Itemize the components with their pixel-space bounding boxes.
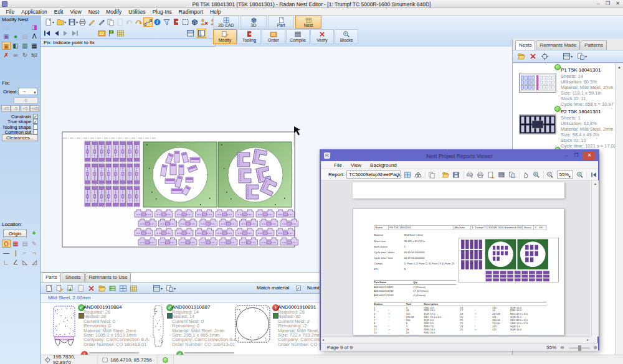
tab-sheets[interactable]: Sheets bbox=[62, 273, 85, 282]
orient-select[interactable]: →▼ bbox=[18, 88, 38, 95]
nest-sort-select[interactable] bbox=[575, 52, 587, 61]
menu-file[interactable]: File bbox=[2, 9, 18, 15]
line-h-icon[interactable]: — bbox=[2, 249, 11, 257]
dialog-restore-button[interactable]: ❐ bbox=[571, 151, 581, 160]
paste-icon[interactable] bbox=[115, 17, 125, 27]
angle-c-icon[interactable]: ◿ bbox=[30, 258, 39, 266]
node-edit-icon[interactable] bbox=[143, 17, 153, 27]
report-save-icon[interactable] bbox=[452, 170, 461, 179]
stage-modify[interactable]: Modify bbox=[213, 29, 237, 44]
zoom-out-button[interactable]: ⊖ bbox=[560, 345, 564, 350]
pen-icon[interactable] bbox=[97, 17, 106, 27]
link-icon[interactable]: ∞ bbox=[11, 51, 20, 59]
origin-marker-icon[interactable]: + bbox=[30, 229, 38, 237]
sheet-number-icon[interactable]: 22 bbox=[97, 29, 107, 38]
locate-nest-icon[interactable] bbox=[540, 52, 549, 61]
first-page-icon[interactable] bbox=[589, 170, 598, 179]
mode-part[interactable]: Part bbox=[268, 16, 294, 29]
pair-icon[interactable]: ◧ bbox=[11, 42, 20, 50]
mode-nest[interactable]: Nest bbox=[295, 16, 321, 29]
zoom-page-icon[interactable] bbox=[575, 170, 584, 179]
layout-vertical-icon[interactable] bbox=[197, 29, 206, 38]
menu-view[interactable]: View bbox=[67, 9, 85, 15]
corner-tl-icon[interactable]: ⌐ bbox=[21, 249, 29, 257]
stage-blocks[interactable]: Blocks bbox=[335, 29, 358, 44]
redo-icon[interactable] bbox=[134, 17, 143, 27]
print-icon[interactable] bbox=[476, 170, 485, 179]
export-icon[interactable] bbox=[487, 170, 496, 179]
edit-part-icon[interactable] bbox=[55, 284, 64, 293]
page-setup-icon[interactable] bbox=[465, 170, 475, 179]
angle-input[interactable]: 0 bbox=[14, 97, 38, 104]
sheet-icon[interactable]: □ bbox=[2, 23, 11, 31]
pan-icon[interactable] bbox=[521, 170, 531, 179]
dialog-hscrollbar[interactable]: ◂▸ bbox=[321, 337, 590, 343]
tab-nests[interactable]: Nests bbox=[515, 40, 535, 50]
nest-entry-1[interactable]: P1 T5K 18041301Sheets: 14Utilisation: 60… bbox=[516, 63, 613, 105]
paste-part-icon[interactable] bbox=[76, 284, 85, 293]
snap-mid-icon[interactable]: ▤ bbox=[21, 240, 29, 248]
nest-list-scrollbar[interactable]: ▲ bbox=[615, 63, 623, 355]
stage-compile[interactable]: Compile bbox=[286, 29, 310, 44]
true-shape-checkbox[interactable]: ✓ bbox=[33, 119, 38, 124]
clearances-button[interactable]: Clearances... bbox=[2, 134, 38, 141]
angle-+5-button[interactable]: +5 bbox=[21, 105, 30, 112]
filter-icon[interactable] bbox=[162, 17, 171, 27]
mode-2d-cad[interactable]: 2D CAD bbox=[213, 16, 239, 29]
nest-entry-2[interactable]: P2 T5K 18041301Sheets: 1Utilisation: 63.… bbox=[516, 105, 613, 147]
snap-end-icon[interactable]: Ω bbox=[2, 240, 11, 248]
menu-edit[interactable]: Edit bbox=[50, 9, 67, 15]
grid-icon[interactable] bbox=[116, 29, 125, 38]
constrain-checkbox[interactable]: ✓ bbox=[33, 114, 38, 119]
last-sheet-icon[interactable] bbox=[70, 29, 80, 38]
dialog-menu-background[interactable]: Background bbox=[366, 162, 401, 168]
dialog-minimize-button[interactable]: – bbox=[561, 151, 571, 160]
corner-tr-icon[interactable]: ¬ bbox=[30, 249, 39, 257]
report-select[interactable]: TC5000SetupSheetPack▼ bbox=[346, 170, 401, 179]
clamp-icon[interactable] bbox=[171, 17, 181, 27]
part-props-icon[interactable] bbox=[108, 284, 117, 293]
new-part-icon[interactable] bbox=[44, 284, 54, 293]
mode-3d[interactable]: 3D bbox=[240, 16, 267, 29]
tab-patterns[interactable]: Patterns bbox=[581, 40, 607, 50]
layout-horizontal-icon[interactable] bbox=[186, 29, 195, 38]
open-icon[interactable] bbox=[54, 17, 66, 27]
snap-near-icon[interactable]: ✎ bbox=[30, 240, 39, 248]
new-icon[interactable] bbox=[42, 17, 54, 27]
move-part-icon[interactable]: ▣ bbox=[2, 42, 11, 50]
tab-parts[interactable]: Parts bbox=[42, 273, 61, 282]
nest-view-select[interactable] bbox=[561, 52, 573, 61]
stage-tooling[interactable]: Tooling bbox=[237, 29, 261, 44]
dialog-menu-file[interactable]: File bbox=[330, 162, 346, 168]
remove-part-icon[interactable] bbox=[87, 284, 96, 293]
open-nest-icon[interactable] bbox=[516, 52, 526, 61]
part-door-icon[interactable]: ◨ bbox=[30, 23, 39, 31]
page-icon[interactable]: ▤ bbox=[21, 32, 29, 40]
draw-icon[interactable] bbox=[87, 17, 97, 27]
box3d-icon[interactable] bbox=[190, 17, 199, 27]
menu-radimport[interactable]: Radimport bbox=[175, 9, 206, 15]
delete-icon[interactable]: ✗ bbox=[2, 51, 11, 59]
zoom-out-icon[interactable] bbox=[546, 170, 555, 179]
page-layout-icon[interactable] bbox=[508, 170, 517, 179]
line-v-icon[interactable]: ❘ bbox=[11, 249, 20, 257]
stage-verify[interactable]: Verify bbox=[310, 29, 334, 44]
auto-nest-icon[interactable]: ● bbox=[11, 32, 20, 40]
part-view-select[interactable] bbox=[151, 284, 163, 293]
menu-nest[interactable]: Nest bbox=[85, 9, 102, 15]
info-icon[interactable]: i bbox=[153, 17, 162, 27]
save-icon[interactable] bbox=[66, 17, 78, 27]
flag-icon[interactable] bbox=[107, 29, 116, 38]
zoom-in-icon[interactable] bbox=[532, 170, 541, 179]
report-open-icon[interactable] bbox=[441, 170, 450, 179]
tooling-shape-checkbox[interactable] bbox=[33, 124, 38, 129]
origin-button[interactable]: Origin bbox=[3, 230, 27, 237]
match-material-checkbox[interactable]: ✓ bbox=[296, 286, 301, 291]
copy-sheet-icon[interactable] bbox=[106, 17, 115, 27]
report-copy-icon[interactable] bbox=[427, 170, 437, 179]
tab-remnants-made[interactable]: Remnants Made bbox=[536, 40, 580, 50]
part-table-icon[interactable] bbox=[118, 284, 128, 293]
print-icon[interactable] bbox=[78, 17, 87, 27]
menu-plug-ins[interactable]: Plug-Ins bbox=[149, 9, 175, 15]
nest-part-icon[interactable]: ▣ bbox=[2, 32, 11, 40]
